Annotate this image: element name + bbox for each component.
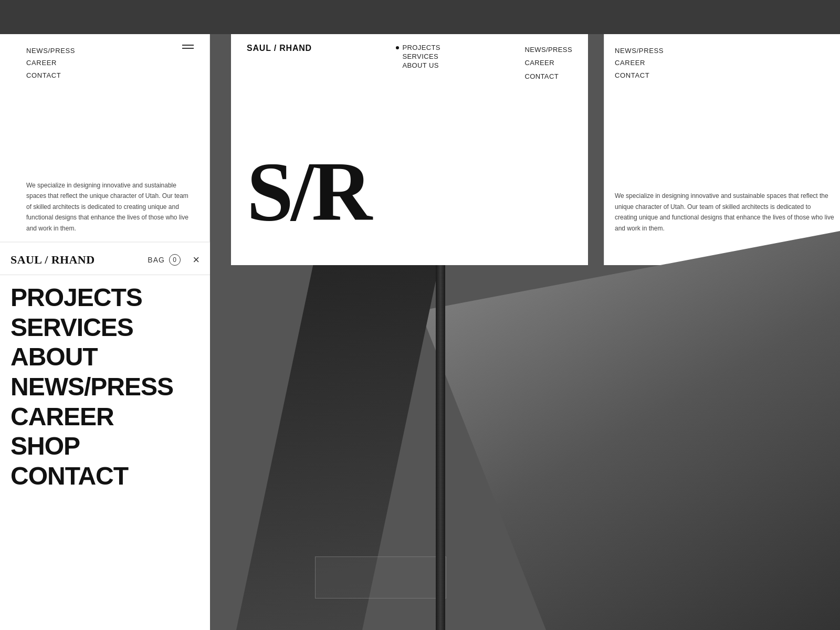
bag-count: 0 bbox=[169, 254, 181, 266]
menu-item-news-press[interactable]: NEWS/PRESS bbox=[10, 372, 200, 402]
hamburger-line-1 bbox=[182, 45, 194, 46]
small-nav-right: NEWS/PRESS CAREER CONTACT bbox=[604, 34, 840, 92]
menu-item-projects[interactable]: PROJECTS bbox=[10, 283, 200, 313]
nav-contact-left[interactable]: CONTACT bbox=[26, 69, 183, 81]
menu-item-shop[interactable]: SHOP bbox=[10, 432, 200, 461]
arch-pole bbox=[436, 231, 445, 630]
nav-services-item[interactable]: SERVICES bbox=[396, 52, 438, 60]
center-nav-right: NEWS/PRESS CAREER CONTACT bbox=[524, 44, 572, 82]
menu-bag[interactable]: BAG 0 bbox=[148, 254, 181, 266]
bg-photo bbox=[210, 231, 840, 630]
center-nav-left: PROJECTS SERVICES ABOUT US bbox=[396, 44, 440, 69]
hero-logo: S/R bbox=[247, 150, 370, 234]
menu-logo[interactable]: SAUL / RHAND bbox=[10, 253, 95, 267]
nav-career-right2[interactable]: CAREER bbox=[615, 57, 830, 69]
close-button[interactable]: × bbox=[193, 254, 200, 266]
menu-items-list: PROJECTSSERVICESABOUTNEWS/PRESSCAREERSHO… bbox=[0, 275, 210, 491]
panel-center: SAUL / RHAND PROJECTS SERVICES ABOUT US … bbox=[231, 34, 588, 265]
panel-right-bg: NEWS/PRESS CAREER CONTACT We specialize … bbox=[604, 34, 840, 265]
top-bar bbox=[0, 0, 840, 34]
menu-item-about[interactable]: ABOUT bbox=[10, 342, 200, 372]
bag-label: BAG bbox=[148, 256, 165, 264]
nav-dot bbox=[396, 46, 399, 49]
nav-career-left[interactable]: CAREER bbox=[26, 57, 183, 69]
nav-projects-label: PROJECTS bbox=[402, 44, 440, 51]
hamburger-menu[interactable] bbox=[182, 45, 194, 49]
nav-contact-right[interactable]: CONTACT bbox=[524, 70, 559, 82]
nav-contact-right2[interactable]: CONTACT bbox=[615, 69, 830, 81]
nav-projects-item[interactable]: PROJECTS bbox=[396, 44, 440, 51]
nav-news-press-right[interactable]: NEWS/PRESS bbox=[524, 44, 572, 56]
menu-item-services[interactable]: SERVICES bbox=[10, 313, 200, 343]
center-logo[interactable]: SAUL / RHAND bbox=[247, 44, 312, 53]
menu-item-contact[interactable]: CONTACT bbox=[10, 461, 200, 491]
panel-left-bg: NEWS/PRESS CAREER CONTACT We specialize … bbox=[0, 34, 210, 265]
hamburger-line-2 bbox=[182, 48, 194, 49]
nav-about-item[interactable]: ABOUT US bbox=[396, 61, 438, 69]
nav-career-right[interactable]: CAREER bbox=[524, 57, 554, 69]
nav-news-press-right2[interactable]: NEWS/PRESS bbox=[615, 45, 830, 57]
description-left: We specialize in designing innovative an… bbox=[26, 180, 194, 234]
menu-panel: SAUL / RHAND BAG 0 × PROJECTSSERVICESABO… bbox=[0, 242, 210, 630]
nav-about-label: ABOUT US bbox=[402, 61, 438, 69]
center-top-nav: SAUL / RHAND PROJECTS SERVICES ABOUT US … bbox=[231, 34, 588, 92]
description-right: We specialize in designing innovative an… bbox=[615, 191, 835, 234]
menu-item-career[interactable]: CAREER bbox=[10, 402, 200, 432]
nav-news-press-left[interactable]: NEWS/PRESS bbox=[26, 45, 183, 57]
arch-glass-box bbox=[315, 556, 446, 598]
nav-services-label: SERVICES bbox=[402, 52, 438, 60]
arch-shape-2 bbox=[420, 231, 840, 630]
small-nav-left: NEWS/PRESS CAREER CONTACT bbox=[0, 34, 209, 92]
menu-header: SAUL / RHAND BAG 0 × bbox=[0, 243, 210, 275]
